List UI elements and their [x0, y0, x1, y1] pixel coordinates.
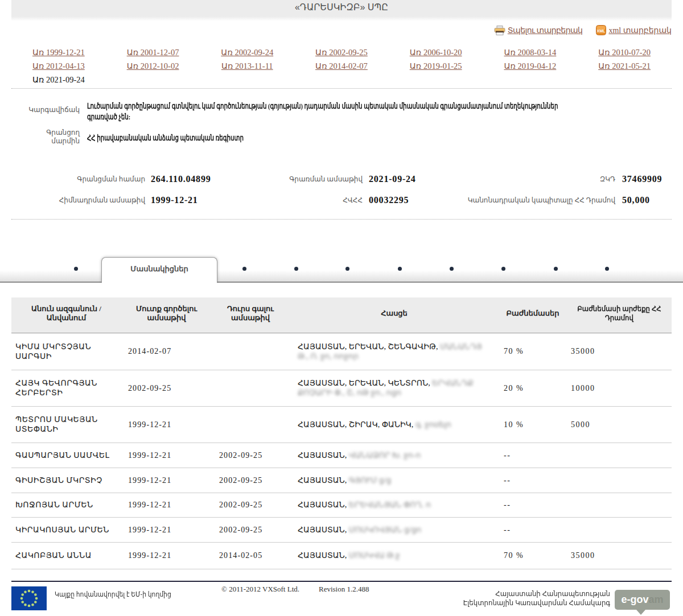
svg-text:XML: XML — [597, 29, 606, 33]
